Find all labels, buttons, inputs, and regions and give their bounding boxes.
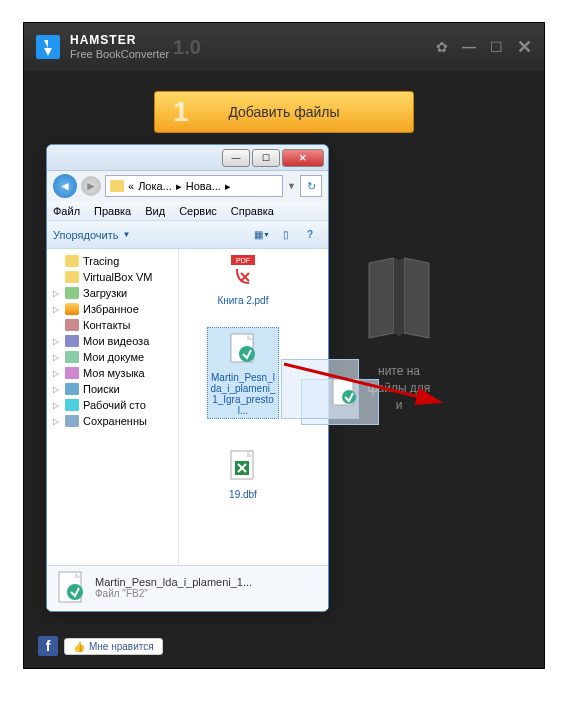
- explorer-nav: ◄ ► « Лока... ▸ Нова... ▸ ▼ ↻: [47, 171, 328, 201]
- app-logo: [36, 35, 60, 59]
- nav-back-button[interactable]: ◄: [53, 174, 77, 198]
- tree-item: Контакты: [49, 317, 176, 333]
- nav-forward-button[interactable]: ►: [81, 176, 101, 196]
- explorer-close[interactable]: ✕: [282, 149, 324, 167]
- menu-file[interactable]: Файл: [53, 205, 80, 217]
- status-filename: Martin_Pesn_lda_i_plameni_1...: [95, 576, 252, 588]
- chevron-down-icon: ▼: [122, 230, 130, 239]
- explorer-window: — ☐ ✕ ◄ ► « Лока... ▸ Нова... ▸ ▼ ↻ Файл…: [46, 144, 329, 612]
- explorer-statusbar: Martin_Pesn_lda_i_plameni_1... Файл "FB2…: [47, 565, 328, 609]
- tree-item: ▷Рабочий сто: [49, 397, 176, 413]
- facebook-icon[interactable]: f: [38, 636, 58, 656]
- preview-pane-button[interactable]: ▯: [274, 225, 298, 245]
- explorer-body: Tracing VirtualBox VM ▷Загрузки ▷Избранн…: [47, 249, 328, 565]
- svg-point-10: [67, 584, 83, 600]
- organize-button[interactable]: Упорядочить ▼: [53, 229, 130, 241]
- maximize-button[interactable]: ☐: [490, 39, 503, 55]
- breadcrumb[interactable]: « Лока... ▸ Нова... ▸: [105, 175, 283, 197]
- explorer-maximize[interactable]: ☐: [252, 149, 280, 167]
- book-icon: [354, 243, 444, 353]
- app-subtitle: Free BookConverter: [70, 48, 169, 60]
- status-filetype: Файл "FB2": [95, 588, 252, 599]
- close-button[interactable]: ✕: [517, 36, 532, 58]
- svg-point-4: [239, 346, 255, 362]
- drop-text: ните на файлы для и: [304, 363, 494, 413]
- minimize-button[interactable]: —: [462, 39, 476, 55]
- app-version: 1.0: [173, 36, 201, 59]
- add-files-button[interactable]: 1 Добавить файлы: [154, 91, 414, 133]
- folder-icon: [110, 180, 124, 192]
- settings-icon[interactable]: ✿: [436, 39, 448, 55]
- view-mode-button[interactable]: ▦ ▼: [250, 225, 274, 245]
- menu-edit[interactable]: Правка: [94, 205, 131, 217]
- tree-item: ▷Мои видеоза: [49, 333, 176, 349]
- tree-item: ▷Поиски: [49, 381, 176, 397]
- status-text: Martin_Pesn_lda_i_plameni_1... Файл "FB2…: [95, 576, 252, 599]
- tree-item: ▷Сохраненны: [49, 413, 176, 429]
- help-icon[interactable]: ?: [298, 225, 322, 245]
- window-controls: ✿ — ☐ ✕: [436, 36, 532, 58]
- explorer-minimize[interactable]: —: [222, 149, 250, 167]
- menu-help[interactable]: Справка: [231, 205, 274, 217]
- breadcrumb-part[interactable]: Нова...: [186, 180, 221, 192]
- breadcrumb-part[interactable]: Лока...: [138, 180, 172, 192]
- explorer-toolbar: Упорядочить ▼ ▦ ▼ ▯ ?: [47, 221, 328, 249]
- fb2-icon: [223, 330, 263, 370]
- tree-item: ▷Мои докуме: [49, 349, 176, 365]
- title-bar: HAMSTER Free BookConverter 1.0 ✿ — ☐ ✕: [24, 23, 544, 71]
- like-button[interactable]: 👍 Мне нравится: [64, 638, 163, 655]
- footer: f 👍 Мне нравится: [38, 636, 163, 656]
- menu-service[interactable]: Сервис: [179, 205, 217, 217]
- status-thumb-icon: [55, 570, 87, 606]
- file-pdf[interactable]: PDF Книга 2.pdf: [207, 251, 279, 308]
- add-files-label: Добавить файлы: [228, 104, 339, 120]
- folder-tree[interactable]: Tracing VirtualBox VM ▷Загрузки ▷Избранн…: [47, 249, 179, 565]
- step-number: 1: [173, 96, 189, 128]
- refresh-button[interactable]: ↻: [300, 175, 322, 197]
- file-fb2[interactable]: Martin_Pesn_lda_i_plameni_1_Igra_prestol…: [207, 327, 279, 419]
- drop-area[interactable]: ните на файлы для и: [304, 243, 494, 413]
- svg-text:PDF: PDF: [236, 257, 250, 264]
- tree-item: VirtualBox VM: [49, 269, 176, 285]
- file-list[interactable]: PDF Книга 2.pdf Martin_Pesn_lda_i_plamen…: [179, 249, 328, 565]
- explorer-menubar: Файл Правка Вид Сервис Справка: [47, 201, 328, 221]
- like-label: Мне нравится: [89, 641, 154, 652]
- xls-icon: [223, 447, 263, 487]
- menu-view[interactable]: Вид: [145, 205, 165, 217]
- breadcrumb-dropdown[interactable]: ▼: [287, 181, 296, 191]
- tree-item: ▷Избранное: [49, 301, 176, 317]
- thumbs-up-icon: 👍: [73, 641, 85, 652]
- tree-item: ▷Моя музыка: [49, 365, 176, 381]
- explorer-titlebar[interactable]: — ☐ ✕: [47, 145, 328, 171]
- tree-item: ▷Загрузки: [49, 285, 176, 301]
- app-title: HAMSTER Free BookConverter: [70, 33, 169, 62]
- file-dbf[interactable]: 19.dbf: [207, 445, 279, 502]
- pdf-icon: PDF: [223, 253, 263, 293]
- app-name: HAMSTER: [70, 33, 169, 47]
- tree-item: Tracing: [49, 253, 176, 269]
